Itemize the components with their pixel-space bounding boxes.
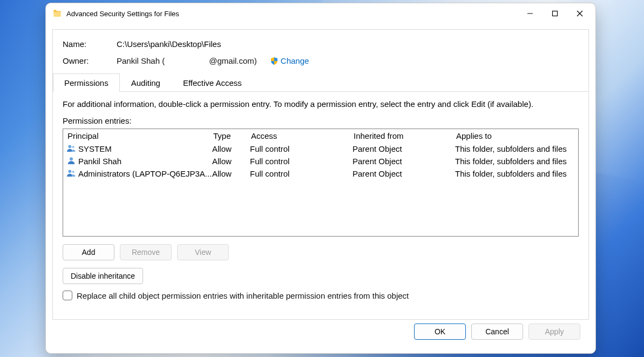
owner-name: Pankil Shah ( xyxy=(117,56,165,65)
replace-children-checkbox[interactable] xyxy=(63,291,72,300)
svg-point-2 xyxy=(68,145,71,148)
minimize-button[interactable] xyxy=(518,5,543,22)
close-button[interactable] xyxy=(567,5,592,22)
tab-strip: Permissions Auditing Effective Access xyxy=(53,73,588,92)
apply-button: Apply xyxy=(528,324,580,340)
type-text: Allow xyxy=(212,157,250,166)
tab-effective-access[interactable]: Effective Access xyxy=(172,73,253,92)
col-type[interactable]: Type xyxy=(212,130,250,142)
inherited-text: Parent Object xyxy=(352,157,455,166)
cancel-button[interactable]: Cancel xyxy=(471,324,523,340)
inherited-text: Parent Object xyxy=(352,144,455,153)
disable-inheritance-button[interactable]: Disable inheritance xyxy=(63,268,143,284)
access-text: Full control xyxy=(250,169,352,178)
folder-icon xyxy=(52,9,62,18)
dialog-footer: OK Cancel Apply xyxy=(52,320,589,347)
uac-shield-icon xyxy=(270,57,279,65)
applies-text: This folder, subfolders and files xyxy=(455,157,575,166)
access-text: Full control xyxy=(250,144,352,153)
view-button: View xyxy=(177,244,229,260)
applies-text: This folder, subfolders and files xyxy=(455,144,575,153)
permission-entries-label: Permission entries: xyxy=(63,116,579,125)
principal-icon xyxy=(66,144,76,154)
access-text: Full control xyxy=(250,157,352,166)
table-row[interactable]: Administrators (LAPTOP-Q6EJP3A...AllowFu… xyxy=(63,167,578,180)
col-access[interactable]: Access xyxy=(250,130,352,142)
col-principal[interactable]: Principal xyxy=(66,130,212,142)
window-title: Advanced Security Settings for Files xyxy=(66,10,179,18)
col-applies[interactable]: Applies to xyxy=(455,130,575,142)
principal-icon xyxy=(66,156,76,166)
remove-button: Remove xyxy=(120,244,172,260)
info-text: For additional information, double-click… xyxy=(63,99,579,109)
svg-point-3 xyxy=(72,146,74,148)
replace-children-label: Replace all child object permission entr… xyxy=(77,291,409,300)
name-label: Name: xyxy=(63,39,117,49)
principal-text: SYSTEM xyxy=(78,144,112,153)
inherited-text: Parent Object xyxy=(352,169,455,178)
dialog-window: Advanced Security Settings for Files Nam… xyxy=(45,3,596,354)
type-text: Allow xyxy=(212,169,250,178)
add-button[interactable]: Add xyxy=(63,244,114,260)
svg-rect-0 xyxy=(527,14,533,14)
owner-email-suffix: @gmail.com) xyxy=(209,56,257,65)
type-text: Allow xyxy=(212,144,250,153)
owner-label: Owner: xyxy=(63,56,117,65)
tab-permissions[interactable]: Permissions xyxy=(53,73,120,92)
svg-rect-1 xyxy=(553,11,558,16)
applies-text: This folder, subfolders and files xyxy=(455,169,575,178)
tab-auditing[interactable]: Auditing xyxy=(120,73,172,92)
col-inherited[interactable]: Inherited from xyxy=(352,130,455,142)
table-row[interactable]: Pankil ShahAllowFull controlParent Objec… xyxy=(63,155,578,167)
ok-button[interactable]: OK xyxy=(414,324,466,340)
principal-text: Administrators (LAPTOP-Q6EJP3A... xyxy=(78,169,212,178)
grid-header: Principal Type Access Inherited from App… xyxy=(63,129,578,143)
change-owner-link[interactable]: Change xyxy=(281,56,309,65)
titlebar: Advanced Security Settings for Files xyxy=(46,3,595,24)
name-value: C:\Users\panki\Desktop\Files xyxy=(117,39,221,49)
table-row[interactable]: SYSTEMAllowFull controlParent ObjectThis… xyxy=(63,143,578,155)
svg-point-5 xyxy=(68,170,71,173)
svg-point-6 xyxy=(72,171,74,173)
principal-text: Pankil Shah xyxy=(78,157,121,166)
maximize-button[interactable] xyxy=(543,5,567,22)
principal-icon xyxy=(66,169,76,179)
svg-point-4 xyxy=(70,157,73,160)
permission-grid[interactable]: Principal Type Access Inherited from App… xyxy=(63,129,579,237)
